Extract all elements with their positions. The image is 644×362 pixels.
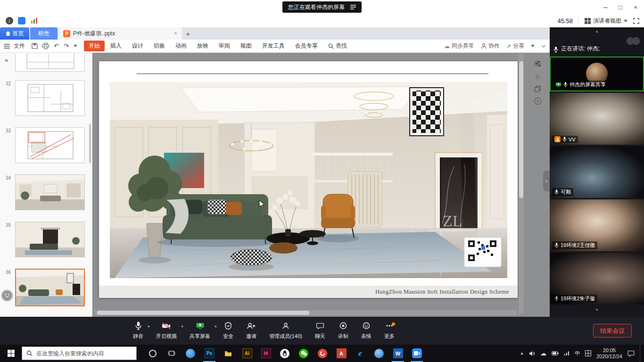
taskbar-clock[interactable]: 20:05 2020/12/24 bbox=[596, 347, 622, 360]
fullscreen-icon[interactable] bbox=[633, 18, 639, 24]
ribbon-dropdown-icon[interactable] bbox=[531, 45, 535, 47]
tab-animation[interactable]: 动画 bbox=[171, 41, 191, 51]
more-button[interactable]: 更多 bbox=[384, 319, 395, 340]
ime-indicator[interactable]: 中 bbox=[575, 350, 580, 357]
word-icon[interactable]: W bbox=[388, 345, 407, 362]
photoshop-icon[interactable]: Ps bbox=[200, 345, 219, 362]
qat-dropdown-icon[interactable] bbox=[74, 45, 77, 47]
horizontal-scrollbar-thumb[interactable] bbox=[97, 311, 309, 315]
network-icon[interactable] bbox=[564, 351, 570, 356]
indesign-icon[interactable]: Id bbox=[256, 345, 275, 362]
tab-design[interactable]: 设计 bbox=[127, 41, 148, 51]
tab-review[interactable]: 审阅 bbox=[214, 41, 235, 51]
chat-button[interactable]: 聊天 bbox=[315, 319, 325, 340]
copy-icon[interactable] bbox=[535, 86, 541, 92]
illustrator-icon[interactable]: Ai bbox=[238, 345, 256, 362]
wps-assistant-icon[interactable] bbox=[1, 289, 13, 302]
adjust-sliders-icon[interactable] bbox=[534, 60, 541, 67]
start-video-button[interactable]: ▲ 开启视频 bbox=[156, 319, 177, 340]
slide-thumbnail-32[interactable] bbox=[15, 80, 85, 116]
collapse-panel-icon[interactable]: « bbox=[5, 57, 8, 64]
tab-start[interactable]: 开始 bbox=[84, 41, 105, 51]
participant-tile-screen-share[interactable]: 仲杰的屏幕共享 bbox=[550, 57, 644, 91]
view-mode-selector[interactable]: 演讲者视图 bbox=[585, 17, 627, 25]
find-button[interactable]: 查找 bbox=[328, 42, 347, 50]
current-slide[interactable]: ZL HangZhou Mausion Soft Installation De… bbox=[99, 61, 518, 298]
tab-docer[interactable]: 稻壳 bbox=[30, 27, 58, 40]
panel-scrollbar[interactable] bbox=[89, 123, 91, 163]
tab-insert[interactable]: 插入 bbox=[106, 41, 126, 51]
undo-icon[interactable]: ↶ bbox=[54, 42, 59, 49]
scroll-up-icon[interactable]: ▲ bbox=[550, 27, 644, 35]
video-options-caret[interactable]: ▲ bbox=[181, 324, 184, 328]
slide-thumbnail-partial[interactable] bbox=[15, 54, 85, 72]
onedrive-icon[interactable]: ☁ bbox=[540, 350, 546, 357]
participant-tile[interactable]: 19环境2王佳微 bbox=[550, 199, 644, 251]
taskbar-search[interactable] bbox=[22, 346, 137, 360]
edge-icon[interactable]: e bbox=[351, 345, 370, 362]
tab-transition[interactable]: 切换 bbox=[149, 41, 170, 51]
app-icon[interactable] bbox=[18, 17, 25, 25]
search-input[interactable] bbox=[36, 350, 128, 357]
mute-button[interactable]: ▲ 静音 bbox=[133, 319, 143, 340]
tab-wps-home[interactable]: 首页 bbox=[0, 27, 29, 40]
manage-members-button[interactable]: 管理成员(140) bbox=[269, 319, 302, 340]
slide-thumbnail-36-selected[interactable] bbox=[15, 269, 85, 306]
maximize-button[interactable]: □ bbox=[613, 0, 628, 14]
battery-icon[interactable] bbox=[552, 351, 559, 355]
save-icon[interactable] bbox=[32, 43, 38, 49]
browser-icon[interactable] bbox=[181, 345, 200, 362]
a-app-icon[interactable]: A bbox=[332, 345, 351, 362]
emoji-button[interactable]: 表情 bbox=[361, 319, 372, 340]
star-icon[interactable]: ☆ bbox=[535, 73, 541, 80]
participant-tile[interactable]: 19环境2朱子璇 bbox=[550, 253, 644, 304]
share-options-caret[interactable]: ▲ bbox=[214, 324, 217, 328]
invite-button[interactable]: 邀请 bbox=[246, 319, 256, 340]
sync-status[interactable]: ☁ 同步异常 bbox=[444, 42, 474, 50]
collapse-ribbon-icon[interactable] bbox=[541, 45, 546, 48]
tab-document[interactable]: P P件-燃爆朋..pptx × bbox=[58, 27, 182, 40]
vertical-scrollbar[interactable] bbox=[519, 54, 524, 314]
show-desktop-strip[interactable] bbox=[640, 345, 642, 362]
share-button[interactable]: ↗ 分享 bbox=[506, 42, 524, 50]
print-icon[interactable] bbox=[42, 43, 49, 49]
hidden-icons-caret[interactable]: ▲ bbox=[520, 351, 524, 355]
vertical-scrollbar-thumb[interactable] bbox=[519, 61, 523, 198]
action-center-icon[interactable] bbox=[627, 350, 635, 357]
mic-options-caret[interactable]: ▲ bbox=[147, 324, 150, 328]
close-tab-icon[interactable]: × bbox=[174, 30, 177, 37]
info-icon[interactable]: i bbox=[6, 17, 13, 25]
wechat-icon[interactable] bbox=[294, 345, 313, 362]
red-app-icon[interactable] bbox=[313, 345, 332, 362]
tab-slideshow[interactable]: 放映 bbox=[192, 41, 213, 51]
chart-icon[interactable] bbox=[30, 17, 38, 25]
start-button[interactable] bbox=[0, 345, 22, 362]
file-menu[interactable]: 文件 bbox=[14, 42, 25, 50]
folder-icon[interactable] bbox=[219, 345, 238, 362]
tim-icon[interactable] bbox=[275, 345, 294, 362]
security-button[interactable]: 安全 bbox=[223, 319, 233, 340]
minimize-button[interactable]: ─ bbox=[598, 0, 613, 14]
tab-view[interactable]: 视图 bbox=[236, 41, 256, 51]
task-view-icon[interactable] bbox=[162, 345, 181, 362]
menu-icon[interactable] bbox=[4, 44, 10, 49]
slide-thumbnail-33[interactable] bbox=[15, 127, 85, 163]
meeting-app-icon[interactable] bbox=[407, 345, 426, 362]
help-icon[interactable]: ? bbox=[534, 98, 541, 105]
tab-devtools[interactable]: 开发工具 bbox=[257, 41, 289, 51]
share-screen-button[interactable]: ▲ 共享屏幕 bbox=[190, 319, 210, 340]
collaborate-button[interactable]: 协作 bbox=[481, 42, 500, 50]
scroll-down-icon[interactable]: ▼ bbox=[550, 306, 644, 313]
panel-expand-handle[interactable]: › bbox=[543, 171, 550, 191]
banner-menu-icon[interactable] bbox=[350, 5, 356, 9]
participant-tile[interactable]: 可鹅 bbox=[550, 146, 644, 198]
cortana-icon[interactable] bbox=[143, 345, 162, 362]
slide-thumbnail-35[interactable] bbox=[15, 222, 85, 257]
volume-icon[interactable] bbox=[529, 351, 535, 356]
participant-tile[interactable]: VV bbox=[550, 93, 644, 145]
ime-grid-icon[interactable] bbox=[585, 350, 591, 356]
end-meeting-button[interactable]: 结束会议 bbox=[593, 324, 632, 337]
horizontal-scrollbar[interactable] bbox=[94, 310, 517, 315]
record-button[interactable]: 录制 bbox=[338, 319, 348, 340]
redo-icon[interactable]: ↷ bbox=[64, 42, 69, 49]
